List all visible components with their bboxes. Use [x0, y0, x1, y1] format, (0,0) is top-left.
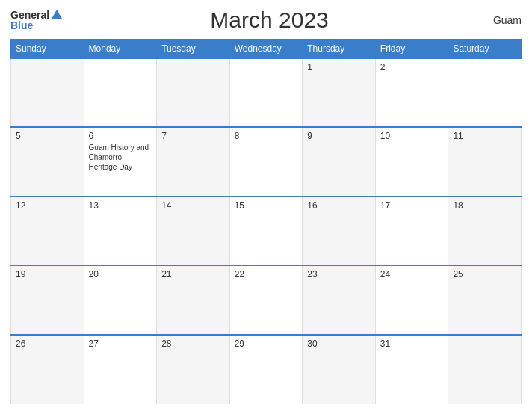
- calendar-cell: 12: [11, 197, 84, 265]
- calendar-cell: 14: [157, 197, 230, 265]
- day-number: 11: [453, 131, 516, 141]
- calendar-cell: [157, 58, 230, 127]
- day-number: 18: [453, 200, 516, 211]
- calendar-week-3: 12131415161718: [11, 197, 522, 265]
- logo-general-text: General: [10, 10, 49, 20]
- calendar-cell: 24: [375, 265, 448, 334]
- calendar-cell: [229, 58, 303, 127]
- calendar-cell: 28: [157, 335, 230, 404]
- calendar-cell: 22: [229, 265, 303, 334]
- calendar-cell: 18: [448, 197, 522, 265]
- calendar-cell: 26: [11, 335, 84, 404]
- header-tuesday: Tuesday: [157, 40, 230, 59]
- header-wednesday: Wednesday: [229, 40, 303, 59]
- calendar-week-5: 262728293031: [11, 335, 522, 404]
- day-number: 15: [235, 200, 298, 211]
- day-number: 21: [161, 269, 225, 279]
- calendar-cell: 25: [448, 265, 522, 334]
- day-number: 27: [89, 339, 152, 349]
- weekday-header-row: Sunday Monday Tuesday Wednesday Thursday…: [11, 40, 522, 59]
- calendar-cell: 31: [375, 335, 448, 404]
- day-number: 17: [380, 200, 444, 211]
- day-number: 8: [235, 131, 298, 141]
- day-number: 26: [16, 339, 79, 349]
- calendar-cell: 17: [375, 197, 448, 265]
- logo: General Blue: [10, 10, 62, 31]
- empty-cell: [84, 58, 157, 127]
- day-number: 25: [453, 269, 516, 279]
- header-thursday: Thursday: [303, 40, 376, 59]
- calendar-table: Sunday Monday Tuesday Wednesday Thursday…: [10, 39, 522, 404]
- day-number: 31: [380, 339, 444, 349]
- day-number: 13: [89, 200, 152, 211]
- calendar-cell: 10: [375, 127, 448, 196]
- day-number: 20: [89, 269, 152, 279]
- calendar-cell: 11: [448, 127, 522, 196]
- empty-cell: [448, 335, 522, 404]
- day-number: 30: [307, 339, 371, 349]
- calendar-cell: 8: [229, 127, 303, 196]
- day-number: 24: [380, 269, 444, 279]
- calendar-cell: 6Guam History and Chamorro Heritage Day: [84, 127, 157, 196]
- calendar-event: Guam History and Chamorro Heritage Day: [89, 143, 152, 172]
- calendar-cell: 21: [157, 265, 230, 334]
- day-number: 29: [235, 339, 298, 349]
- day-number: 7: [161, 131, 225, 141]
- calendar-cell: 20: [84, 265, 157, 334]
- logo-blue-text: Blue: [10, 20, 33, 31]
- country-label: Guam: [477, 14, 522, 26]
- calendar-cell: 27: [84, 335, 157, 404]
- calendar-cell: 7: [157, 127, 230, 196]
- day-number: 28: [161, 339, 225, 349]
- calendar-cell: 5: [11, 127, 84, 196]
- header-monday: Monday: [84, 40, 157, 59]
- day-number: 10: [380, 131, 444, 141]
- header-sunday: Sunday: [11, 40, 84, 59]
- calendar-cell: 2: [375, 58, 448, 127]
- calendar-week-2: 56Guam History and Chamorro Heritage Day…: [11, 127, 522, 196]
- calendar-cell: 15: [229, 197, 303, 265]
- calendar-body: 1256Guam History and Chamorro Heritage D…: [11, 58, 522, 404]
- day-number: 23: [307, 269, 371, 279]
- day-number: 1: [307, 62, 371, 72]
- day-number: 5: [16, 131, 79, 141]
- empty-cell: [11, 58, 84, 127]
- calendar-cell: 30: [303, 335, 376, 404]
- day-number: 22: [235, 269, 298, 279]
- day-number: 19: [16, 269, 79, 279]
- logo-triangle-icon: [52, 10, 62, 19]
- calendar-week-4: 19202122232425: [11, 265, 522, 334]
- calendar-cell: 19: [11, 265, 84, 334]
- day-number: 6: [89, 131, 152, 141]
- month-title: March 2023: [62, 7, 477, 33]
- calendar-cell: 9: [303, 127, 376, 196]
- header-saturday: Saturday: [448, 40, 522, 59]
- day-number: 2: [380, 62, 444, 72]
- header: General Blue March 2023 Guam: [10, 7, 522, 33]
- calendar-cell: 13: [84, 197, 157, 265]
- calendar-cell: 1: [303, 58, 376, 127]
- day-number: 16: [307, 200, 371, 211]
- day-number: 9: [307, 131, 371, 141]
- calendar-week-1: 12: [11, 58, 522, 127]
- header-friday: Friday: [375, 40, 448, 59]
- calendar-page: General Blue March 2023 Guam Sunday Mond…: [0, 0, 532, 411]
- day-number: 12: [16, 200, 79, 211]
- calendar-cell: 29: [229, 335, 303, 404]
- day-number: 14: [161, 200, 225, 211]
- calendar-cell: 23: [303, 265, 376, 334]
- calendar-cell: 16: [303, 197, 376, 265]
- calendar-header: Sunday Monday Tuesday Wednesday Thursday…: [11, 40, 522, 59]
